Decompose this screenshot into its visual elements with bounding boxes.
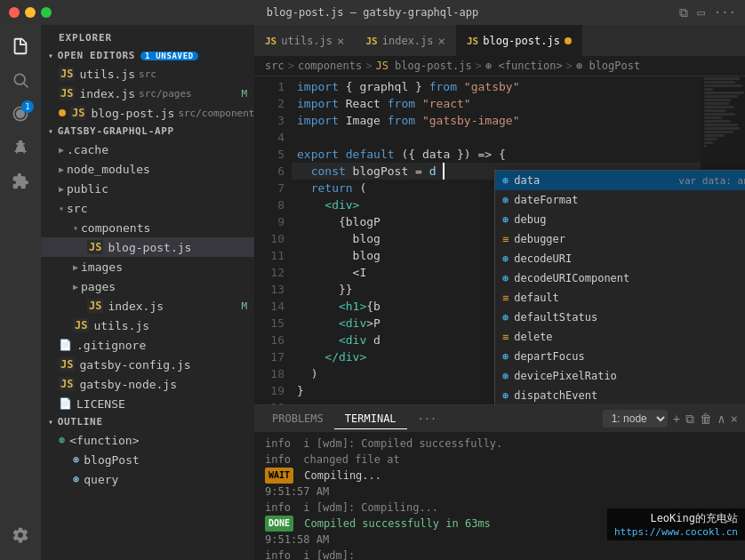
node-selector[interactable]: 1: node: [603, 410, 668, 428]
js-icon: JS: [265, 36, 276, 47]
tab-index[interactable]: JS index.js ×: [355, 25, 455, 56]
sidebar: EXPLORER ▾ OPEN EDITORS 1 UNSAVED JS uti…: [41, 25, 254, 560]
source-control-icon[interactable]: 1: [4, 98, 36, 130]
outline-blogpost[interactable]: ⊛ blogPost: [41, 450, 254, 469]
sep: >: [288, 60, 294, 72]
ac-variable-icon: ⊛: [502, 370, 509, 382]
trash-icon[interactable]: 🗑: [700, 412, 712, 426]
code-editor[interactable]: 12345 678910 1112131415 1617181920 impor…: [254, 76, 745, 404]
ac-item-decodeuri[interactable]: ⊛ decodeURI: [495, 249, 745, 268]
ac-item-devicepixelratio[interactable]: ⊛ devicePixelRatio: [495, 366, 745, 386]
code-line-5: export default ({ data }) => {: [292, 146, 701, 163]
source-control-badge: 1: [21, 100, 34, 113]
more-icon[interactable]: ···: [714, 5, 736, 20]
ac-item-dispatchevent[interactable]: ⊛ dispatchEvent: [495, 386, 745, 404]
ac-label: delete: [514, 331, 552, 343]
outline-query-label: query: [84, 473, 118, 486]
ac-label: dateFormat: [514, 194, 578, 206]
tab-utils[interactable]: JS utils.js ×: [254, 25, 355, 56]
folder-images[interactable]: ▶ images: [41, 257, 254, 276]
file-gatsby-config[interactable]: JS gatsby-config.js: [41, 355, 254, 374]
term-timestamp: 9:51:57 AM: [265, 484, 329, 500]
search-icon[interactable]: [4, 64, 36, 96]
tab-terminal[interactable]: TERMINAL: [334, 409, 407, 429]
debug-icon[interactable]: [4, 132, 36, 164]
file-license[interactable]: 📄 LICENSE: [41, 394, 254, 413]
ac-kw-icon: ≡: [502, 292, 509, 304]
open-editor-blog-post-path: src/components: [178, 108, 254, 119]
open-editors-section[interactable]: ▾ OPEN EDITORS 1 UNSAVED: [41, 47, 254, 64]
settings-bottom-icon[interactable]: [4, 519, 36, 553]
js-icon: JS: [59, 357, 75, 372]
close-panel-icon[interactable]: ×: [731, 412, 738, 426]
query-icon: ⊛: [73, 473, 79, 485]
tab-problems[interactable]: PROBLEMS: [261, 409, 334, 428]
watermark-url: https://www.cocokl.cn: [614, 526, 738, 538]
ac-item-decodeuricomponent[interactable]: ⊛ decodeURIComponent: [495, 268, 745, 288]
sep: >: [365, 60, 372, 72]
close-button[interactable]: [9, 7, 20, 18]
open-editors-arrow: ▾: [48, 51, 54, 60]
done-badge: DONE: [265, 516, 293, 532]
ac-variable-icon: ⊛: [502, 213, 509, 226]
open-editor-utils[interactable]: JS utils.js src: [41, 64, 254, 84]
ac-item-dateformat[interactable]: ⊛ dateFormat: [495, 190, 745, 210]
outline-label: OUTLINE: [58, 416, 103, 428]
close-icon[interactable]: ×: [438, 34, 445, 48]
open-editor-utils-name: utils.js: [79, 68, 135, 81]
folder-pages[interactable]: ▶ pages: [41, 276, 254, 296]
layout-icon[interactable]: ▭: [697, 5, 704, 20]
open-editor-blog-post[interactable]: JS blog-post.js src/components: [41, 103, 254, 123]
ac-fn-icon: ⊛: [502, 350, 509, 363]
code-line-1: import { graphql } from "gatsby": [292, 78, 701, 95]
folder-components-arrow: ▾: [73, 223, 78, 233]
file-gitignore[interactable]: 📄 .gitignore: [41, 335, 254, 355]
extensions-icon[interactable]: [4, 165, 36, 197]
folder-public[interactable]: ▶ public: [41, 179, 254, 198]
file-utils-label: utils.js: [93, 319, 149, 332]
settings-icon[interactable]: [4, 519, 36, 551]
unsaved-dot: [59, 109, 66, 116]
add-terminal-icon[interactable]: +: [673, 412, 680, 426]
fn-icon: ⊛: [59, 434, 65, 446]
ac-item-departfocus[interactable]: ⊛ departFocus: [495, 347, 745, 366]
code-line-2: import React from "react": [292, 95, 701, 112]
open-editor-index[interactable]: JS index.js src/pages M: [41, 84, 254, 103]
folder-node-modules[interactable]: ▶ node_modules: [41, 159, 254, 179]
split-terminal-icon[interactable]: ⧉: [685, 412, 694, 427]
folder-src[interactable]: ▾ src: [41, 198, 254, 218]
folder-cache-label: .cache: [67, 143, 108, 156]
outline-section[interactable]: ▾ OUTLINE: [41, 413, 254, 430]
tab-blog-post-label: blog-post.js: [483, 35, 560, 47]
files-icon[interactable]: [4, 30, 36, 62]
outline-function-label: <function>: [69, 434, 139, 447]
chevron-up-icon[interactable]: ∧: [717, 412, 725, 426]
ac-label: defaultStatus: [514, 311, 597, 324]
ac-item-debugger[interactable]: ≡ debugger: [495, 229, 745, 249]
project-section[interactable]: ▾ GATSBY-GRAPHQL-APP: [41, 123, 254, 140]
breadcrumb-components: components: [298, 60, 362, 72]
file-index-pages[interactable]: JS index.js M: [41, 296, 254, 316]
minimize-button[interactable]: [25, 7, 36, 18]
maximize-button[interactable]: [41, 7, 52, 18]
file-utils[interactable]: JS utils.js: [41, 316, 254, 335]
ac-item-defaultstatus[interactable]: ⊛ defaultStatus: [495, 308, 745, 327]
folder-cache-arrow: ▶: [59, 145, 64, 155]
outline-function[interactable]: ⊛ <function>: [41, 430, 254, 450]
file-gatsby-node[interactable]: JS gatsby-node.js: [41, 374, 254, 394]
folder-components[interactable]: ▾ components: [41, 218, 254, 237]
folder-public-label: public: [67, 182, 108, 196]
close-icon[interactable]: ×: [337, 34, 344, 48]
tab-blog-post[interactable]: JS blog-post.js: [456, 25, 582, 56]
ac-item-default[interactable]: ≡ default: [495, 288, 745, 308]
file-blog-post[interactable]: JS blog-post.js: [41, 237, 254, 257]
ac-item-data[interactable]: ⊛ data var data: any ⓘ: [495, 171, 745, 190]
ac-item-debug[interactable]: ⊛ debug: [495, 210, 745, 229]
ac-item-delete[interactable]: ≡ delete: [495, 327, 745, 347]
split-editor-icon[interactable]: ⧉: [679, 5, 688, 20]
project-label: GATSBY-GRAPHQL-APP: [58, 125, 174, 137]
folder-cache[interactable]: ▶ .cache: [41, 140, 254, 159]
outline-query[interactable]: ⊛ query: [41, 469, 254, 489]
tab-more[interactable]: ···: [407, 409, 448, 428]
terminal-line: info changed file at: [265, 452, 734, 468]
